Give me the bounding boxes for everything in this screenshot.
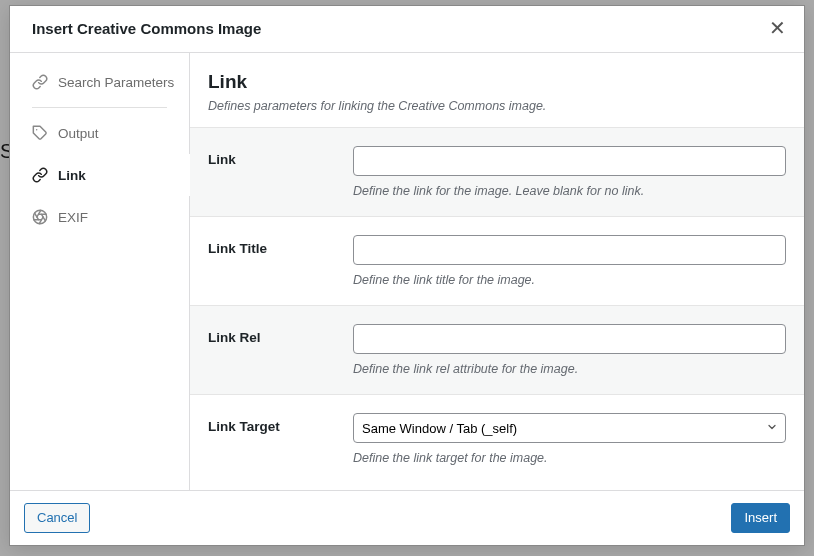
field-controls: Define the link title for the image. xyxy=(353,235,786,287)
modal-footer: Cancel Insert xyxy=(10,490,804,545)
sidebar-item-search-parameters[interactable]: Search Parameters xyxy=(10,61,189,103)
field-label: Link Target xyxy=(208,413,353,434)
cancel-button[interactable]: Cancel xyxy=(24,503,90,533)
field-controls: Same Window / Tab (_self) Define the lin… xyxy=(353,413,786,465)
close-button[interactable]: ✕ xyxy=(765,16,790,40)
sidebar-item-exif[interactable]: EXIF xyxy=(10,196,189,238)
field-row-link: Link Define the link for the image. Leav… xyxy=(190,127,804,216)
insert-button[interactable]: Insert xyxy=(731,503,790,533)
sidebar-item-output[interactable]: Output xyxy=(10,112,189,154)
field-help: Define the link title for the image. xyxy=(353,273,786,287)
insert-cc-image-modal: Insert Creative Commons Image ✕ Search P… xyxy=(9,5,805,546)
sidebar-item-label: Link xyxy=(58,168,86,183)
sidebar-item-label: EXIF xyxy=(58,210,88,225)
field-label: Link Title xyxy=(208,235,353,256)
content-panel: Link Defines parameters for linking the … xyxy=(190,53,804,490)
link-icon xyxy=(32,74,48,90)
field-help: Define the link target for the image. xyxy=(353,451,786,465)
field-row-link-rel: Link Rel Define the link rel attribute f… xyxy=(190,305,804,394)
sidebar-item-label: Search Parameters xyxy=(58,75,174,90)
field-help: Define the link for the image. Leave bla… xyxy=(353,184,786,198)
field-help: Define the link rel attribute for the im… xyxy=(353,362,786,376)
field-row-link-title: Link Title Define the link title for the… xyxy=(190,216,804,305)
sidebar-separator xyxy=(32,107,167,108)
aperture-icon xyxy=(32,209,48,225)
modal-header: Insert Creative Commons Image ✕ xyxy=(10,6,804,53)
link-title-input[interactable] xyxy=(353,235,786,265)
field-label: Link xyxy=(208,146,353,167)
modal-title: Insert Creative Commons Image xyxy=(32,20,261,37)
link-target-select[interactable]: Same Window / Tab (_self) xyxy=(353,413,786,443)
tag-icon xyxy=(32,125,48,141)
section-title: Link xyxy=(208,71,786,93)
link-input[interactable] xyxy=(353,146,786,176)
sidebar-item-link[interactable]: Link xyxy=(10,154,189,196)
section-subtitle: Defines parameters for linking the Creat… xyxy=(208,99,786,113)
content-header: Link Defines parameters for linking the … xyxy=(190,53,804,127)
close-icon: ✕ xyxy=(769,17,786,39)
field-controls: Define the link for the image. Leave bla… xyxy=(353,146,786,198)
field-label: Link Rel xyxy=(208,324,353,345)
sidebar: Search Parameters Output Link EXIF xyxy=(10,53,190,490)
modal-body: Search Parameters Output Link EXIF xyxy=(10,53,804,490)
link-icon xyxy=(32,167,48,183)
sidebar-item-label: Output xyxy=(58,126,99,141)
link-rel-input[interactable] xyxy=(353,324,786,354)
field-row-link-target: Link Target Same Window / Tab (_self) De… xyxy=(190,394,804,483)
field-controls: Define the link rel attribute for the im… xyxy=(353,324,786,376)
